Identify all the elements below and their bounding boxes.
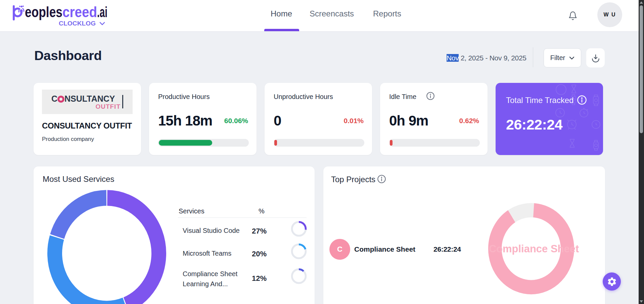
svg-text:eoples: eoples — [25, 3, 62, 20]
svg-text:.ai: .ai — [97, 3, 107, 20]
svg-text:creed: creed — [62, 3, 97, 20]
